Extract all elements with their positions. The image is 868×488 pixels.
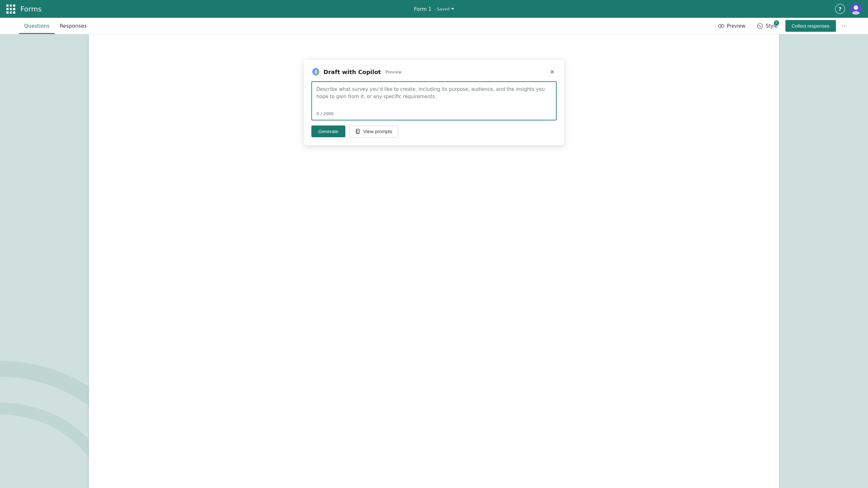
card-area: Draft with Copilot Preview ✕ 0 / 2000 Ge…: [89, 34, 779, 488]
modal-header: Draft with Copilot Preview ✕: [311, 67, 557, 76]
view-prompts-button[interactable]: View prompts: [349, 125, 398, 138]
top-bar: Forms Form 1 - Saved ?: [0, 0, 868, 18]
tab-responses[interactable]: Responses: [55, 18, 92, 34]
preview-icon: [718, 23, 724, 29]
form-title: Form 1: [414, 6, 432, 12]
app-title: Forms: [20, 5, 42, 13]
style-button[interactable]: 0 Style: [753, 21, 782, 31]
modal-title: Draft with Copilot: [323, 69, 381, 75]
char-count: 0 / 2000: [316, 111, 552, 116]
more-options-button[interactable]: ···: [840, 21, 849, 31]
svg-point-1: [854, 5, 858, 10]
saved-badge[interactable]: - Saved: [434, 7, 454, 11]
view-prompts-icon: [355, 129, 361, 134]
generate-button[interactable]: Generate: [311, 125, 345, 137]
style-icon: [757, 23, 763, 29]
top-bar-center: Form 1 - Saved: [414, 6, 454, 12]
top-bar-left: Forms: [6, 4, 42, 13]
modal-close-button[interactable]: ✕: [548, 67, 557, 76]
top-bar-right: ?: [835, 3, 862, 14]
copilot-modal: Draft with Copilot Preview ✕ 0 / 2000 Ge…: [304, 60, 564, 145]
modal-title-area: Draft with Copilot Preview: [311, 67, 402, 76]
modal-actions: Generate View prompts: [311, 125, 557, 138]
preview-button[interactable]: Preview: [714, 21, 749, 31]
modal-preview-tag: Preview: [385, 69, 402, 74]
nav-tabs: Questions Responses: [19, 18, 92, 34]
chevron-down-icon: [451, 8, 454, 10]
style-badge: 0: [774, 20, 779, 25]
avatar[interactable]: [850, 3, 862, 14]
nav-right: Preview 0 Style Collect responses ···: [714, 20, 849, 32]
copilot-logo-icon: [311, 67, 320, 76]
textarea-container: 0 / 2000: [311, 81, 557, 120]
secondary-nav: Questions Responses Preview 0 Style Coll…: [0, 18, 868, 34]
prompt-textarea[interactable]: [316, 86, 552, 108]
tab-questions[interactable]: Questions: [19, 18, 55, 34]
help-button[interactable]: ?: [835, 4, 845, 14]
collect-responses-button[interactable]: Collect responses: [785, 20, 836, 32]
waffle-menu-icon[interactable]: [6, 4, 15, 13]
main-content: Draft with Copilot Preview ✕ 0 / 2000 Ge…: [0, 34, 868, 488]
svg-point-4: [720, 25, 722, 27]
